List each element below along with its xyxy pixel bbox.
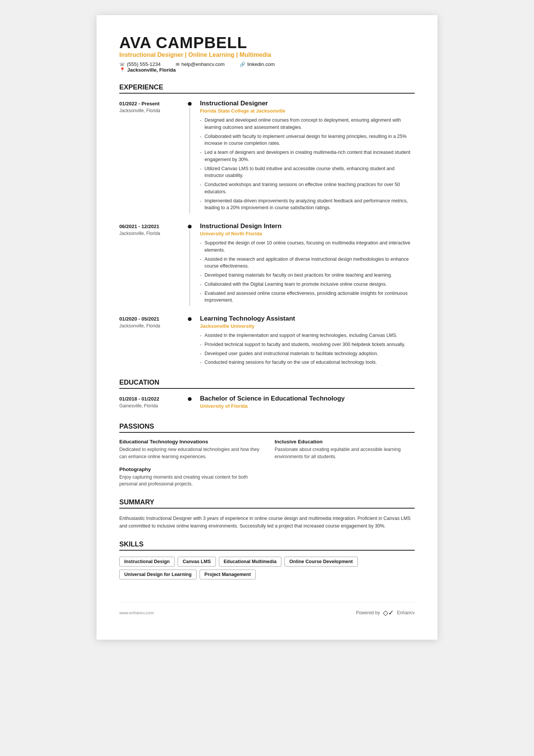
exp-bullet: Assisted in the research and application…	[200, 256, 415, 270]
exp-location: Jacksonville, Florida	[119, 323, 182, 329]
candidate-title: Instructional Designer | Online Learning…	[119, 52, 415, 58]
edu-dot	[188, 397, 192, 401]
email-contact: ✉ help@enhancv.com	[176, 61, 225, 67]
exp-left: 01/2020 - 05/2021 Jacksonville, Florida	[119, 315, 186, 368]
skill-badge: Project Management	[200, 570, 256, 579]
edu-divider	[186, 395, 194, 412]
resume-page: AVA CAMPBELL Instructional Designer | On…	[97, 15, 437, 640]
passion-text: Enjoy capturing moments and creating vis…	[119, 474, 259, 488]
exp-dot	[188, 225, 192, 229]
exp-company: Florida State College at Jacksonville	[200, 108, 415, 114]
passion-title: Inclusive Education	[275, 439, 415, 445]
footer: www.enhancv.com Powered by ◇✓ Enhancv	[119, 602, 415, 617]
passion-text: Dedicated to exploring new educational t…	[119, 446, 259, 460]
experience-container: 01/2022 - Present Jacksonville, Florida …	[119, 100, 415, 368]
experience-item: 06/2021 - 12/2021 Jacksonville, Florida …	[119, 222, 415, 306]
exp-divider	[186, 315, 194, 368]
exp-date: 06/2021 - 12/2021	[119, 223, 182, 230]
experience-section-title: EXPERIENCE	[119, 83, 415, 94]
exp-bullet: Evaluated and assessed online course eff…	[200, 290, 415, 304]
edu-date: 01/2018 - 01/2022	[119, 396, 182, 402]
exp-bullets: Supported the design of over 10 online c…	[200, 239, 415, 304]
passion-item: Inclusive Education Passionate about cre…	[275, 439, 415, 460]
summary-text: Enthusiastic Instructional Designer with…	[119, 515, 415, 530]
exp-bullet: Developed training materials for faculty…	[200, 272, 415, 279]
exp-date: 01/2022 - Present	[119, 100, 182, 107]
exp-job-title: Learning Technology Assistant	[200, 315, 415, 322]
edu-school: University of Florida	[200, 403, 415, 409]
exp-location: Jacksonville, Florida	[119, 231, 182, 236]
exp-bullet: Provided technical support to faculty an…	[200, 341, 415, 348]
passion-title: Educational Technology Innovations	[119, 439, 259, 445]
exp-bullet: Utilized Canvas LMS to build intuitive a…	[200, 165, 415, 180]
linkedin-url: linkedin.com	[247, 61, 275, 67]
edu-right: Bachelor of Science in Educational Techn…	[194, 395, 415, 412]
footer-website: www.enhancv.com	[119, 610, 154, 615]
exp-bullets: Designed and developed online courses fr…	[200, 117, 415, 211]
exp-job-title: Instructional Design Intern	[200, 222, 415, 230]
exp-left: 01/2022 - Present Jacksonville, Florida	[119, 100, 186, 213]
powered-by-text: Powered by	[356, 610, 380, 615]
exp-job-title: Instructional Designer	[200, 100, 415, 107]
linkedin-icon: 🔗	[240, 62, 245, 67]
exp-company: Jacksonville University	[200, 323, 415, 329]
education-container: 01/2018 - 01/2022 Gainesville, Florida B…	[119, 395, 415, 412]
resume-header: AVA CAMPBELL Instructional Designer | On…	[119, 34, 415, 73]
exp-bullet: Assisted in the implementation and suppo…	[200, 332, 415, 339]
contact-row: ☏ (555) 555-1234 ✉ help@enhancv.com 🔗 li…	[119, 61, 415, 67]
exp-right: Instructional Designer Florida State Col…	[194, 100, 415, 213]
exp-bullet: Collaborated with the Digital Learning t…	[200, 281, 415, 288]
edu-location: Gainesville, Florida	[119, 403, 182, 409]
skill-badge: Educational Multimedia	[219, 557, 282, 567]
experience-item: 01/2022 - Present Jacksonville, Florida …	[119, 100, 415, 213]
passions-container: Educational Technology Innovations Dedic…	[119, 439, 415, 488]
passions-section-title: PASSIONS	[119, 423, 415, 433]
exp-bullet: Developed user guides and instructional …	[200, 350, 415, 357]
exp-bullet: Conducted workshops and training session…	[200, 181, 415, 196]
brand-name: Enhancv	[397, 610, 415, 615]
passion-item: Photography Enjoy capturing moments and …	[119, 466, 259, 488]
skills-section-title: SKILLS	[119, 540, 415, 551]
exp-right: Instructional Design Intern University o…	[194, 222, 415, 306]
skills-container: Instructional DesignCanvas LMSEducationa…	[119, 557, 415, 579]
exp-bullets: Assisted in the implementation and suppo…	[200, 332, 415, 366]
exp-line	[189, 107, 190, 213]
exp-bullet: Collaborated with faculty to implement u…	[200, 133, 415, 147]
exp-location: Jacksonville, Florida	[119, 108, 182, 113]
exp-line	[189, 230, 190, 306]
email-address: help@enhancv.com	[181, 61, 225, 67]
edu-left: 01/2018 - 01/2022 Gainesville, Florida	[119, 395, 186, 412]
email-icon: ✉	[176, 62, 180, 67]
exp-bullet: Conducted training sessions for faculty …	[200, 359, 415, 366]
skill-badge: Instructional Design	[119, 557, 175, 567]
exp-bullet: Led a team of designers and developers i…	[200, 149, 415, 163]
passion-title: Photography	[119, 466, 259, 472]
linkedin-contact: 🔗 linkedin.com	[240, 61, 275, 67]
exp-divider	[186, 222, 194, 306]
experience-item: 01/2020 - 05/2021 Jacksonville, Florida …	[119, 315, 415, 368]
skill-badge: Online Course Development	[284, 557, 358, 567]
exp-date: 01/2020 - 05/2021	[119, 316, 182, 322]
enhancv-logo-icon: ◇✓	[383, 609, 394, 617]
education-item: 01/2018 - 01/2022 Gainesville, Florida B…	[119, 395, 415, 412]
exp-dot	[188, 317, 192, 321]
phone-number: (555) 555-1234	[127, 61, 161, 67]
exp-dot	[188, 102, 192, 106]
location-row: 📍 Jacksonville, Florida	[119, 67, 415, 73]
passion-text: Passionate about creating equitable and …	[275, 446, 415, 460]
exp-left: 06/2021 - 12/2021 Jacksonville, Florida	[119, 222, 186, 306]
exp-bullet: Implemented data-driven improvements by …	[200, 197, 415, 212]
exp-right: Learning Technology Assistant Jacksonvil…	[194, 315, 415, 368]
skill-badge: Universal Design for Learning	[119, 570, 197, 579]
location-icon: 📍	[119, 67, 125, 73]
phone-contact: ☏ (555) 555-1234	[119, 61, 161, 67]
summary-section-title: SUMMARY	[119, 498, 415, 509]
skill-badge: Canvas LMS	[178, 557, 215, 567]
exp-bullet: Designed and developed online courses fr…	[200, 117, 415, 131]
candidate-name: AVA CAMPBELL	[119, 34, 415, 52]
exp-divider	[186, 100, 194, 213]
footer-brand: Powered by ◇✓ Enhancv	[356, 609, 415, 617]
location-text: Jacksonville, Florida	[127, 67, 176, 73]
exp-bullet: Supported the design of over 10 online c…	[200, 239, 415, 254]
education-section-title: EDUCATION	[119, 379, 415, 389]
